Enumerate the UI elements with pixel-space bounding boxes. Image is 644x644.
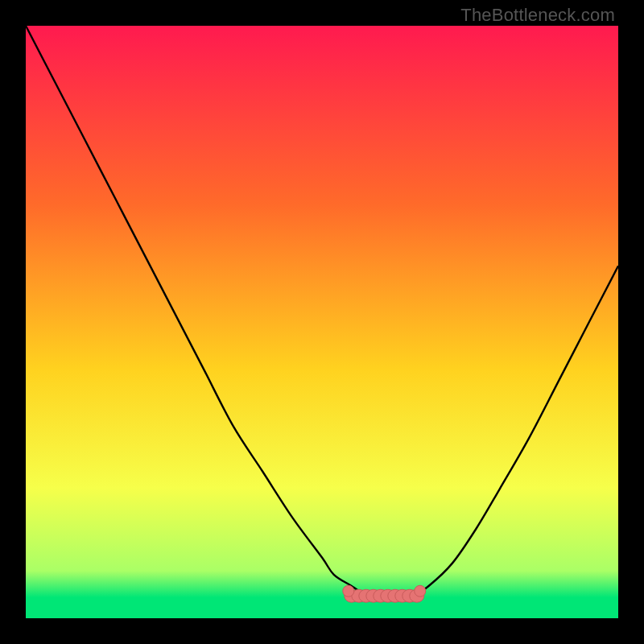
watermark-text: TheBottleneck.com bbox=[460, 5, 615, 26]
bottleneck-curve bbox=[26, 26, 618, 598]
chart-frame: TheBottleneck.com bbox=[0, 0, 644, 644]
flat-zone-end-end bbox=[415, 585, 426, 597]
flat-zone-end-start bbox=[343, 585, 354, 597]
chart-svg bbox=[26, 26, 618, 618]
plot-area bbox=[26, 26, 618, 618]
